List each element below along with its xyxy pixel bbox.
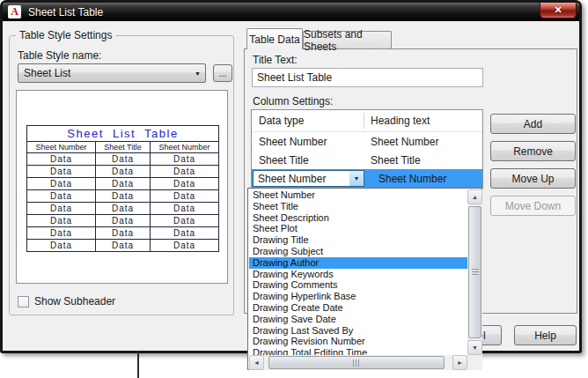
dropdown-item[interactable]: Drawing Keywords <box>249 269 467 280</box>
preview-title-row: Sheet List Table <box>27 126 219 142</box>
window-title: Sheet List Table <box>28 6 103 19</box>
dropdown-item[interactable]: Sheet Number <box>249 189 467 201</box>
close-icon: ✕ <box>554 4 562 16</box>
vertical-scrollbar[interactable]: ▲ ▼ <box>467 189 482 355</box>
preview-header-row: Sheet NumberSheet TitleSheet Number <box>27 142 219 153</box>
scroll-right-icon: ► <box>457 359 463 366</box>
preview-data-cell: Data <box>96 215 151 227</box>
help-button[interactable]: Help <box>514 325 577 345</box>
column-row-heading-text: Sheet Title <box>371 154 421 167</box>
preview-data-cell: Data <box>151 240 219 252</box>
autocad-logo-icon: A <box>8 5 21 19</box>
scroll-up-button[interactable]: ▲ <box>467 189 482 204</box>
vertical-scrollbar-thumb[interactable] <box>468 206 481 338</box>
tab-subsets-and-sheets[interactable]: Subsets and Sheets <box>303 31 392 48</box>
preview-data-row: DataDataData <box>27 227 219 240</box>
scroll-down-button[interactable]: ▼ <box>467 340 482 355</box>
show-subheader-label[interactable]: Show Subheader <box>34 295 115 308</box>
heading-text-column-header: Heading text <box>364 115 430 127</box>
title-text-input[interactable] <box>252 68 483 87</box>
preview-data-cell: Data <box>27 178 96 190</box>
column-settings-table: Data type Heading text Sheet Number Shee… <box>251 109 483 189</box>
dropdown-item[interactable]: Drawing Hyperlink Base <box>249 291 467 302</box>
preview-data-cell: Data <box>151 190 219 203</box>
preview-data-cell: Data <box>151 203 219 215</box>
add-button[interactable]: Add <box>490 114 576 134</box>
column-row-2[interactable]: Sheet Title Sheet Title <box>252 151 482 169</box>
column-row-heading-text: Sheet Number <box>371 173 446 185</box>
dropdown-item[interactable]: Sheet Plot <box>249 223 467 234</box>
preview-data-cell: Data <box>27 153 96 166</box>
show-subheader-checkbox[interactable] <box>18 296 29 308</box>
dropdown-item[interactable]: Drawing Save Date <box>249 314 467 325</box>
scroll-left-button[interactable]: ◄ <box>249 355 264 370</box>
move-down-button: Move Down <box>490 196 576 216</box>
dropdown-item[interactable]: Drawing Author <box>249 257 467 269</box>
preview-data-row: DataDataData <box>27 166 219 178</box>
preview-data-row: DataDataData <box>27 215 219 227</box>
preview-data-cell: Data <box>96 203 151 215</box>
dropdown-item[interactable]: Drawing Revision Number <box>249 336 467 347</box>
datatype-dropdown-list: Sheet NumberSheet TitleSheet Description… <box>247 188 482 370</box>
preview-data-cell: Data <box>96 178 151 190</box>
dropdown-item[interactable]: Drawing Title <box>249 234 467 246</box>
preview-data-row: DataDataData <box>27 153 219 166</box>
combobox-arrow-icon[interactable]: ▼ <box>349 171 364 186</box>
preview-title: Sheet List Table <box>27 126 219 142</box>
thumb-grip-icon <box>353 359 360 367</box>
table-style-name-label: Table Style name: <box>18 49 101 62</box>
preview-data-cell: Data <box>151 215 219 227</box>
column-settings-label: Column Settings: <box>253 95 333 107</box>
column-settings-header: Data type Heading text <box>252 110 482 132</box>
dropdown-item[interactable]: Drawing Create Date <box>249 302 467 314</box>
close-button[interactable]: ✕ <box>540 3 577 19</box>
preview-table: Sheet List Table Sheet NumberSheet Title… <box>26 125 219 252</box>
preview-data-cell: Data <box>96 240 151 252</box>
dropdown-item[interactable]: Drawing Subject <box>249 246 467 257</box>
preview-data-cell: Data <box>27 190 96 203</box>
dropdown-item[interactable]: Drawing Total Editing Time <box>249 347 467 355</box>
horizontal-scrollbar-thumb[interactable] <box>268 356 445 369</box>
scroll-up-icon: ▲ <box>472 194 478 200</box>
preview-data-cell: Data <box>27 203 96 215</box>
table-style-combobox[interactable]: Sheet List ▼ <box>18 63 206 83</box>
column-row-data-type: Sheet Number <box>252 136 371 148</box>
column-row-1[interactable]: Sheet Number Sheet Number <box>252 132 482 151</box>
preview-data-row: DataDataData <box>27 240 219 252</box>
move-up-button[interactable]: Move Up <box>490 168 576 189</box>
column-row-3-selected[interactable]: Sheet Number ▼ Sheet Number <box>252 169 482 188</box>
preview-data-cell: Data <box>27 227 96 240</box>
preview-data-cell: Data <box>151 227 219 240</box>
preview-header-cell: Sheet Number <box>27 142 96 153</box>
scroll-left-icon: ◄ <box>254 359 260 366</box>
scrollbar-corner <box>467 355 482 370</box>
dropdown-item[interactable]: Drawing Comments <box>249 279 467 291</box>
horizontal-scrollbar[interactable]: ◄ ► <box>249 355 467 370</box>
preview-data-cell: Data <box>27 215 96 227</box>
title-text-label: Title Text: <box>253 54 298 66</box>
preview-data-cell: Data <box>151 178 219 190</box>
preview-header-cell: Sheet Title <box>96 142 151 153</box>
dropdown-item[interactable]: Drawing Last Saved By <box>249 325 467 337</box>
preview-table-body: Sheet List Table Sheet NumberSheet Title… <box>27 126 219 252</box>
preview-data-cell: Data <box>151 153 219 166</box>
preview-data-row: DataDataData <box>27 178 219 190</box>
datatype-combobox[interactable]: Sheet Number ▼ <box>253 170 364 187</box>
dropdown-item[interactable]: Sheet Description <box>249 212 467 224</box>
remove-button[interactable]: Remove <box>490 141 576 161</box>
preview-data-cell: Data <box>96 153 151 166</box>
header-separator <box>364 113 364 129</box>
preview-data-cell: Data <box>27 240 96 252</box>
scroll-right-button[interactable]: ► <box>452 355 467 370</box>
preview-data-cell: Data <box>96 166 151 178</box>
dropdown-item[interactable]: Sheet Title <box>249 201 467 212</box>
tab-table-data[interactable]: Table Data <box>246 28 303 49</box>
preview-data-row: DataDataData <box>27 203 219 215</box>
table-style-preview: Sheet List Table Sheet NumberSheet Title… <box>16 90 228 284</box>
titlebar: A Sheet List Table <box>3 3 579 21</box>
dropdown-items: Sheet NumberSheet TitleSheet Description… <box>249 189 467 355</box>
preview-data-cell: Data <box>96 227 151 240</box>
preview-header-cell: Sheet Number <box>151 142 219 153</box>
browse-style-button[interactable]: ... <box>213 64 232 82</box>
preview-data-row: DataDataData <box>27 190 219 203</box>
